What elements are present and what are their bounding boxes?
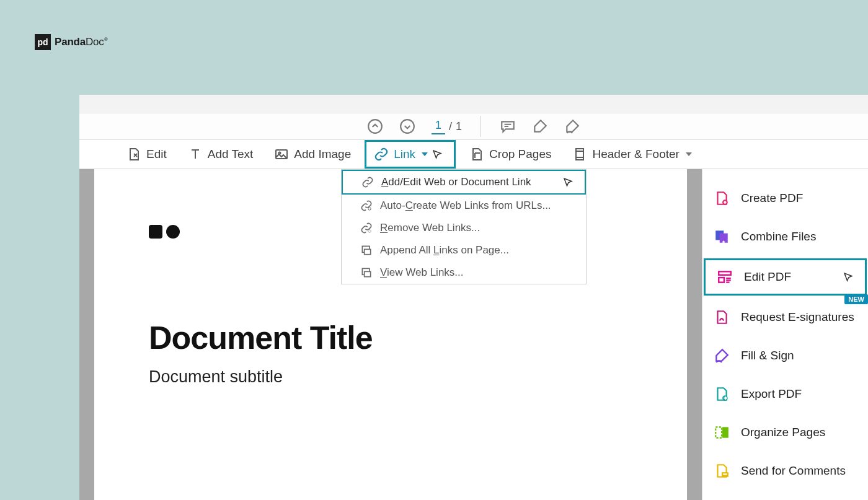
tool-request-esign[interactable]: Request E-signatures NEW <box>702 300 868 334</box>
tool-edit-pdf-label: Edit PDF <box>744 270 791 284</box>
crop-pages-tool[interactable]: Crop Pages <box>462 142 559 167</box>
tool-edit-pdf[interactable]: Edit PDF <box>704 258 867 296</box>
cursor-icon <box>562 177 574 188</box>
total-pages: 1 <box>456 120 462 133</box>
pandadoc-brand: pd PandaDoc® <box>35 34 107 50</box>
request-esign-icon <box>714 309 730 325</box>
create-pdf-icon <box>714 190 730 206</box>
menu-append-links[interactable]: Append All Links on Page... <box>342 239 586 261</box>
svg-rect-13 <box>719 271 731 274</box>
add-text-tool[interactable]: Add Text <box>180 142 261 167</box>
document-canvas[interactable]: Document Title Document subtitle Add/Edi… <box>79 169 702 500</box>
highlight-icon[interactable] <box>532 118 548 134</box>
tool-send-comments[interactable]: Send for Comments <box>702 454 868 488</box>
pdf-editor-window: 1 / 1 Edit Add Text Add Image <box>79 95 868 500</box>
svg-point-1 <box>401 120 414 133</box>
tool-fill-sign[interactable]: Fill & Sign <box>702 339 868 372</box>
menu-view-links[interactable]: View Web Links... <box>342 261 586 284</box>
organize-icon <box>714 424 730 441</box>
add-image-label: Add Image <box>294 147 351 161</box>
link-tool[interactable]: Link <box>365 140 456 169</box>
workspace: Document Title Document subtitle Add/Edi… <box>79 169 868 500</box>
add-text-label: Add Text <box>208 147 254 161</box>
tool-send-comments-label: Send for Comments <box>741 464 846 478</box>
svg-rect-17 <box>722 427 728 437</box>
tool-create-pdf[interactable]: Create PDF <box>702 182 868 215</box>
tool-combine-label: Combine Files <box>741 230 816 243</box>
logo-shape-square <box>149 225 162 239</box>
crop-pages-label: Crop Pages <box>489 147 551 161</box>
cursor-icon <box>843 271 854 283</box>
menu-append-label: Append All Links on Page... <box>380 244 509 257</box>
link-dropdown-menu: Add/Edit Web or Document Link Auto-Creat… <box>341 169 587 284</box>
page-up-icon[interactable] <box>367 118 383 134</box>
tool-fill-sign-label: Fill & Sign <box>741 349 794 362</box>
svg-point-0 <box>368 120 382 133</box>
sign-icon[interactable] <box>564 118 580 134</box>
fill-sign-icon <box>714 348 730 364</box>
pandadoc-logo-icon: pd <box>35 34 51 50</box>
menu-auto-create-links[interactable]: Auto-Create Web Links from URLs... <box>342 195 586 217</box>
pandadoc-brand-name: PandaDoc® <box>55 36 107 48</box>
logo-shape-circle <box>166 225 180 239</box>
tool-organize[interactable]: Organize Pages <box>702 416 868 449</box>
edit-tool[interactable]: Edit <box>119 142 174 167</box>
svg-rect-7 <box>365 249 371 254</box>
menu-auto-create-label: Auto-Create Web Links from URLs... <box>380 200 551 212</box>
header-footer-tool[interactable]: Header & Footer <box>565 142 699 167</box>
svg-rect-14 <box>719 278 724 283</box>
header-footer-label: Header & Footer <box>592 147 679 161</box>
tool-export-pdf-label: Export PDF <box>741 387 802 401</box>
edit-label: Edit <box>146 147 167 161</box>
svg-rect-16 <box>715 427 722 437</box>
tool-request-esign-label: Request E-signatures <box>741 310 854 324</box>
send-comments-icon <box>714 463 730 479</box>
chevron-down-icon <box>686 152 692 156</box>
tools-panel: Create PDF Combine Files Edit PDF <box>702 169 868 500</box>
menu-add-edit-label: Add/Edit Web or Document Link <box>381 176 531 188</box>
svg-rect-9 <box>365 271 371 276</box>
cursor-icon <box>432 149 443 160</box>
menu-remove-links[interactable]: Remove Web Links... <box>342 217 586 239</box>
current-page-input[interactable]: 1 <box>432 119 445 134</box>
menu-add-edit-link[interactable]: Add/Edit Web or Document Link <box>342 170 586 195</box>
chevron-down-icon <box>422 152 428 156</box>
tool-combine[interactable]: Combine Files <box>702 220 868 253</box>
page-nav-bar: 1 / 1 <box>79 113 868 140</box>
add-image-tool[interactable]: Add Image <box>267 142 358 167</box>
edit-pdf-icon <box>717 269 733 285</box>
menu-view-label: View Web Links... <box>380 266 464 279</box>
tool-organize-label: Organize Pages <box>741 426 825 439</box>
window-titlebar <box>79 95 868 113</box>
export-pdf-icon <box>714 386 730 402</box>
document-title: Document Title <box>149 319 632 356</box>
divider <box>480 116 481 137</box>
tool-create-pdf-label: Create PDF <box>741 191 803 205</box>
edit-toolbar: Edit Add Text Add Image Link Crop Pages … <box>79 140 868 169</box>
comment-icon[interactable] <box>500 118 516 134</box>
combine-files-icon <box>714 229 730 245</box>
new-badge: NEW <box>844 294 868 304</box>
document-subtitle: Document subtitle <box>149 367 632 387</box>
page-indicator: 1 / 1 <box>432 119 462 134</box>
link-label: Link <box>394 147 415 161</box>
tool-export-pdf[interactable]: Export PDF <box>702 377 868 411</box>
page-down-icon[interactable] <box>399 118 415 134</box>
menu-remove-label: Remove Web Links... <box>380 222 480 234</box>
